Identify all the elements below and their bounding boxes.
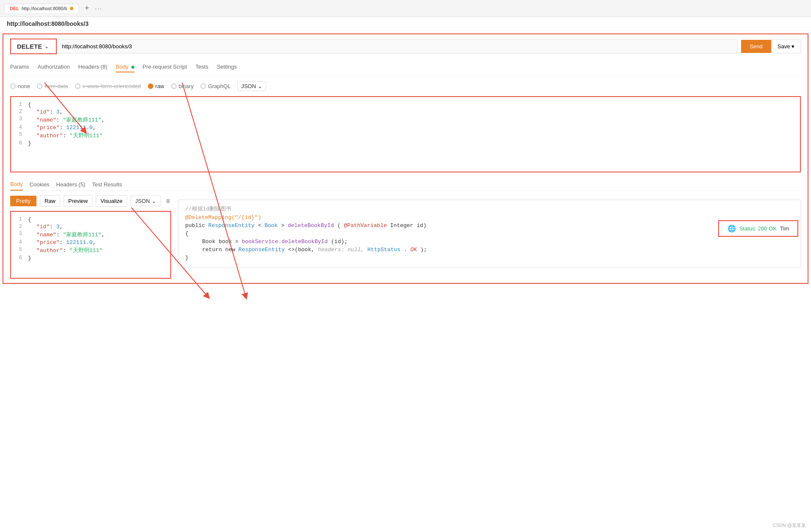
snippet-line-book-decl: Book book = bookService.deleteBookById (… [185,238,794,245]
tab-method: DEL [10,6,19,11]
request-body-editor[interactable]: 1 { 2 "id": 3, 3 "name": "家庭教师111", 4 "p… [10,96,801,172]
method-label: DELETE [17,43,42,50]
address-url: http://localhost:8080/books/3 [7,20,89,27]
json-format-select[interactable]: JSON ⌄ [237,81,266,91]
resp-format-chevron-icon: ⌄ [152,198,156,204]
code-snippet-box: //根据id删除图书 @DeleteMapping("/{id}") publi… [178,200,801,268]
address-bar: http://localhost:8080/books/3 [0,17,811,31]
body-type-selector: none form-data x-www-form-urlencoded raw… [10,81,801,91]
snippet-line-method-sig: public ResponseEntity < Book > deleteBoo… [185,222,794,229]
radio-none [10,83,16,89]
method-select[interactable]: DELETE ⌄ [10,39,57,54]
code-line-6: 6 } [11,140,800,147]
json-chevron-icon: ⌄ [258,83,262,89]
tab-pre-request[interactable]: Pre-request Script [143,62,187,72]
resp-line-2: 2 "id": 3, [11,223,170,230]
response-nav-tabs: Body Cookies Headers (5) Test Results [10,178,801,191]
tab-bar: DEL http://localhost:8080/b + ··· [0,0,811,17]
new-tab-button[interactable]: + [82,4,92,13]
code-snippet-panel: //根据id删除图书 @DeleteMapping("/{id}") publi… [178,195,801,279]
radio-raw [148,83,153,89]
preview-button[interactable]: Preview [64,195,92,207]
radio-graphql [200,83,206,89]
snippet-line-close-brace: } [185,255,794,261]
label-urlencoded: x-www-form-urlencoded [83,83,141,89]
radio-binary [171,83,177,89]
body-type-binary[interactable]: binary [171,83,194,89]
response-section: Body Cookies Headers (5) Test Results Pr… [10,178,801,279]
status-bar: 🌐 Status: 200 OK Tim [718,220,798,237]
wrap-icon[interactable]: ≡ [166,197,170,205]
tab-params[interactable]: Params [10,62,29,72]
tab-url: http://localhost:8080/b [22,6,67,11]
pretty-button[interactable]: Pretty [10,196,36,206]
resp-tab-cookies[interactable]: Cookies [30,179,50,190]
resp-line-4: 4 "price": 122111.0, [11,239,170,246]
more-tabs-button[interactable]: ··· [95,5,103,12]
resp-tab-test-results[interactable]: Test Results [92,179,122,190]
resp-line-1: 1 { [11,216,170,223]
code-line-5: 5 "author": "天野明111" [11,131,800,140]
code-line-3: 3 "name": "家庭教师111", [11,116,800,124]
label-none: none [18,83,30,89]
response-format-select[interactable]: JSON ⌄ [131,196,161,206]
response-toolbar: Pretty Raw Preview Visualize JSON ⌄ ≡ [10,195,171,207]
code-line-1: 1 { [11,101,800,108]
tab-headers[interactable]: Headers (8) [78,62,108,72]
body-type-urlencoded[interactable]: x-www-form-urlencoded [75,83,141,89]
label-graphql: GraphQL [208,83,231,89]
radio-form-data [37,83,42,89]
resp-line-6: 6 } [11,255,170,262]
tab-indicator-dot [70,7,73,10]
json-format-label: JSON [241,83,256,89]
send-button[interactable]: Send [741,40,771,53]
method-chevron-icon: ⌄ [44,44,49,50]
tab-tests[interactable]: Tests [195,62,208,72]
globe-icon: 🌐 [728,224,736,233]
tab-settings[interactable]: Settings [217,62,237,72]
code-line-2: 2 "id": 3, [11,108,800,116]
label-form-data: form-data [44,83,68,89]
browser-tab[interactable]: DEL http://localhost:8080/b [4,4,79,13]
snippet-line-annotation: @DeleteMapping("/{id}") [185,214,794,221]
request-line: DELETE ⌄ Send Save ▾ [10,39,801,54]
response-body-editor: 1 { 2 "id": 3, 3 "name": "家庭教师111", 4 [10,211,171,279]
main-panel: DELETE ⌄ Send Save ▾ Params Authorizatio… [3,33,808,284]
tab-body[interactable]: Body [116,62,134,72]
label-raw: raw [156,83,164,89]
resp-line-3: 3 "name": "家庭教师111", [11,230,170,239]
tab-authorization[interactable]: Authorization [38,62,70,72]
snippet-line-comment: //根据id删除图书 [185,205,794,213]
request-nav-tabs: Params Authorization Headers (8) Body Pr… [10,58,801,76]
label-binary: binary [179,83,194,89]
body-type-graphql[interactable]: GraphQL [200,83,231,89]
response-left-panel: Pretty Raw Preview Visualize JSON ⌄ ≡ [10,195,171,279]
status-time-partial: Tim [780,225,789,232]
body-type-none[interactable]: none [10,83,30,89]
raw-button[interactable]: Raw [40,195,60,207]
url-input[interactable] [57,39,738,53]
resp-format-label: JSON [135,198,150,204]
code-line-4: 4 "price": 122111.0, [11,124,800,131]
visualize-button[interactable]: Visualize [96,195,127,207]
status-text: Status: 200 OK [739,225,777,232]
body-type-raw[interactable]: raw [148,83,164,89]
snippet-line-return: return new ResponseEntity <>(book, heade… [185,247,794,253]
snippet-line-open-brace: { [185,230,794,237]
resp-tab-headers[interactable]: Headers (5) [56,179,86,190]
resp-tab-body[interactable]: Body [10,178,23,191]
resp-line-5: 5 "author": "天野明111" [11,246,170,255]
radio-urlencoded [75,83,81,89]
bottom-area: Pretty Raw Preview Visualize JSON ⌄ ≡ [10,195,801,279]
body-type-form-data[interactable]: form-data [37,83,68,89]
save-button[interactable]: Save ▾ [771,39,801,53]
